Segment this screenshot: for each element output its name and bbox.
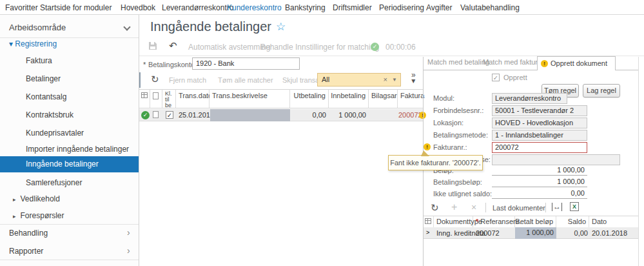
- ref-nbr-cell: 200072: [476, 229, 500, 237]
- header-text: Trans.dato: [179, 92, 212, 99]
- create-checkbox-label: Opprett: [503, 74, 527, 81]
- create-checkbox[interactable]: ✓: [492, 74, 500, 81]
- sidebar-header[interactable]: Arbeidsområde: [9, 23, 66, 32]
- column-config-icon[interactable]: [425, 218, 431, 224]
- payment-method-input[interactable]: 1 - Innlandsbetalinger: [492, 130, 587, 141]
- tooltip-text: Fant ikke fakturanr. '200072'.: [390, 159, 481, 167]
- chevron-right-icon[interactable]: ›: [127, 227, 130, 238]
- invoice-nbr-input[interactable]: 200072: [492, 142, 587, 153]
- filter-dropdown[interactable]: All × ▼: [317, 73, 401, 87]
- sidebar-item-kundeprisavtaler[interactable]: Kundeprisavtaler: [26, 128, 84, 138]
- payment-account-label: Betalingskonto:: [148, 61, 197, 68]
- remove-match-button[interactable]: Fjern match: [169, 76, 206, 84]
- matched-check-icon: ✓: [141, 111, 150, 119]
- location-input[interactable]: HOVED - Hovedlokasjon: [492, 118, 587, 128]
- grid-header-ready[interactable]: Kl. til be: [162, 89, 176, 108]
- nav-avgifter[interactable]: Avgifter: [426, 3, 452, 12]
- module-input[interactable]: Leverandørreskontro: [492, 93, 567, 104]
- header-text: Betalt beløp: [515, 218, 553, 225]
- app-window: Favoritter Startside for moduler Hovedbo…: [0, 0, 644, 266]
- grid-header-incoming[interactable]: Innbetaling: [329, 89, 369, 108]
- nav-startside[interactable]: Startside for moduler: [40, 3, 112, 12]
- refresh-icon[interactable]: ↻: [151, 74, 159, 85]
- nav-favoritter[interactable]: Favoritter: [5, 3, 38, 12]
- row-expander-icon[interactable]: >: [426, 229, 429, 236]
- sidebar-item-samlerefusjoner[interactable]: Samlerefusjoner: [26, 178, 82, 187]
- doc-table-header-paid[interactable]: Betalt beløp: [515, 216, 556, 227]
- payment-amount-value[interactable]: 1 000,00: [492, 178, 587, 187]
- sidebar-item-faktura[interactable]: Faktura: [26, 56, 52, 65]
- tab-match-med-faktura[interactable]: Match med faktura: [483, 58, 542, 66]
- dropdown-caret-icon[interactable]: ▼: [392, 77, 397, 83]
- location-label: Lokasjon:: [433, 119, 463, 127]
- doc-table-header-date[interactable]: Dato: [589, 216, 638, 227]
- ready-checkbox[interactable]: ✓: [166, 111, 173, 119]
- nav-valutabehandling[interactable]: Valutabehandling: [460, 3, 520, 12]
- document-row[interactable]: > Inng. kreditnota 200072 1 000,00 0,00 …: [424, 227, 638, 239]
- favorite-star-icon[interactable]: ☆: [276, 20, 286, 34]
- sidebar-item-kontraktsbruk[interactable]: Kontraktsbruk: [26, 110, 73, 119]
- nav-leverandorreskontro[interactable]: Leverandørreskontro: [162, 3, 233, 12]
- nav-bankstyring[interactable]: Bankstyring: [285, 3, 326, 12]
- grid-header-transdate[interactable]: Trans.dato: [176, 89, 210, 108]
- clear-matches-button[interactable]: Tøm alle matcher: [218, 76, 273, 84]
- doc-table-header-type[interactable]: Dokumenttype: [434, 216, 473, 227]
- export-excel-icon[interactable]: X: [570, 202, 579, 211]
- transaction-row[interactable]: ✓ ✓ 25.01.2018 0,00 1 000,00 200072 !: [139, 109, 423, 121]
- date-cell: 20.01.2018: [592, 229, 627, 237]
- document-icon[interactable]: [153, 111, 159, 118]
- sidebar-item-importer-inngaende[interactable]: Importer inngående betalinger: [26, 145, 129, 154]
- chevron-down-icon[interactable]: [123, 23, 130, 30]
- doc-table-settings-cell[interactable]: [424, 216, 434, 227]
- grid-header-invoice[interactable]: Faktura: [398, 89, 423, 108]
- sidebar-group-vedlikehold[interactable]: ▸Vedlikehold: [13, 194, 60, 203]
- clear-filter-icon[interactable]: ×: [384, 76, 387, 83]
- sidebar-item-behandling[interactable]: Behandling: [9, 229, 48, 238]
- doc-table-header-saldo[interactable]: Saldo: [556, 216, 589, 227]
- invoice-nbr-label: Fakturanr.:: [433, 143, 467, 151]
- amount-value[interactable]: 1 000,00: [492, 166, 587, 176]
- nav-driftsmidler[interactable]: Driftsmidler: [333, 3, 372, 12]
- paid-amount-cell-selected[interactable]: 1 000,00: [515, 227, 556, 239]
- grid-settings-header-cell[interactable]: [139, 89, 150, 108]
- chevron-right-icon[interactable]: ›: [127, 245, 130, 256]
- sidebar-group-registrering[interactable]: ▾ Registrering: [9, 39, 57, 48]
- process-button[interactable]: Behandle: [260, 43, 293, 52]
- grid-header-outgoing[interactable]: Utbetaling: [290, 89, 329, 108]
- tab-match-med-betaling[interactable]: Match med betaling: [427, 58, 489, 66]
- sidebar-item-rapporter[interactable]: Rapporter: [9, 247, 43, 256]
- unapplied-balance-value: 0,00: [492, 189, 587, 199]
- grid-header-transdesc[interactable]: Trans.beskrivelse: [210, 89, 290, 108]
- refresh-icon[interactable]: ↻: [431, 202, 439, 214]
- doc-table-header-ref[interactable]: * Referansenr.: [473, 216, 515, 227]
- trans-desc-cell[interactable]: [210, 109, 290, 121]
- sidebar-group-foresporsler[interactable]: ▸Forespørsler: [13, 211, 64, 220]
- payment-account-input[interactable]: 1920 - Bank: [192, 57, 300, 70]
- make-rule-button[interactable]: Lag regel: [583, 84, 620, 97]
- vendor-input[interactable]: 50001 - Testleverandør 2: [492, 105, 587, 116]
- load-documents-button[interactable]: Last dokumenter: [493, 204, 545, 212]
- header-text: be: [165, 103, 171, 108]
- match-settings-button[interactable]: Innstillinger for matching: [295, 43, 379, 52]
- sidebar-item-inngaende-betalinger-selected[interactable]: Inngående betalinger: [0, 156, 139, 172]
- status-check-icon: ✓: [371, 43, 379, 51]
- tab-opprett-dokument[interactable]: ! Opprett dokument: [537, 56, 616, 70]
- auto-match-button[interactable]: Automatisk avstemming: [188, 43, 270, 52]
- delete-row-icon[interactable]: ×: [471, 202, 476, 212]
- filter-value: All: [322, 76, 329, 83]
- nav-hovedbok[interactable]: Hovedbok: [121, 3, 155, 12]
- description-input[interactable]: [492, 154, 620, 165]
- save-icon[interactable]: [148, 41, 157, 50]
- sidebar-item-betalinger[interactable]: Betalinger: [26, 74, 61, 83]
- expand-grid-icon[interactable]: »▾: [411, 72, 416, 84]
- nav-periodisering[interactable]: Periodisering: [379, 3, 424, 12]
- payment-method-label: Betalingsmetode:: [433, 131, 488, 139]
- grid-header-voucher[interactable]: Bilagsar: [369, 89, 398, 108]
- add-row-icon[interactable]: +: [451, 201, 457, 213]
- nav-kundereskontro[interactable]: Kundereskontro: [227, 3, 282, 12]
- undo-icon[interactable]: ↶: [169, 40, 177, 52]
- column-config-icon[interactable]: [141, 92, 148, 98]
- divider: [0, 37, 139, 38]
- fit-width-icon[interactable]: ↔: [552, 203, 562, 211]
- sidebar-item-kontantsalg[interactable]: Kontantsalg: [26, 92, 66, 101]
